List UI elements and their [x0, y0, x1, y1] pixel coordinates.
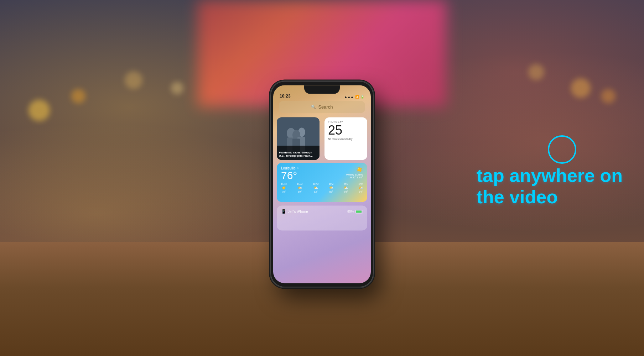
battery-status-icon: 🔋 — [360, 95, 364, 99]
battery-bar — [355, 210, 363, 213]
tap-text-line1: tap anywhere on — [477, 165, 623, 187]
search-magnifier-icon: 🔍 — [311, 105, 316, 109]
bokeh-5 — [571, 78, 591, 98]
tap-text-line2: the video — [477, 187, 623, 208]
weather-hi-lo: H:82° L:62° — [346, 176, 363, 179]
bokeh-4 — [171, 82, 183, 94]
weather-condition: Mostly Sunny — [346, 173, 363, 176]
forecast-12pm: 12PM ⛅ 82° — [313, 183, 319, 193]
status-time: 10:23 — [280, 94, 291, 99]
widgets-area: Pandemic races through U.S., forcing gri… — [277, 117, 367, 230]
bokeh-7 — [601, 89, 616, 103]
forecast-1pm: 1PM 🌤️ 82° — [329, 183, 333, 193]
bokeh-1 — [28, 100, 50, 121]
tap-overlay: tap anywhere on the video — [477, 165, 623, 208]
phone-container: 10:23 ▲▲▲ 📶 🔋 🔍 Search — [270, 81, 374, 287]
search-bar[interactable]: 🔍 Search — [279, 101, 365, 113]
signal-icon: ▲▲▲ — [344, 95, 354, 99]
battery-percentage: 85% — [347, 210, 363, 213]
search-bar-text: Search — [318, 104, 333, 110]
calendar-date: 25 — [328, 124, 364, 137]
battery-bar-fill — [356, 210, 362, 213]
iphone-icon: 📱 — [281, 209, 286, 214]
wifi-icon: 📶 — [355, 95, 359, 99]
calendar-widget[interactable]: THURSDAY 25 No more events today — [324, 117, 367, 160]
forecast-11am: 11AM 🌤️ 80° — [297, 183, 303, 193]
forecast-3pm: 3PM 🌤️ 84° — [359, 183, 363, 193]
bokeh-6 — [528, 64, 544, 80]
weather-right: ☀️ Mostly Sunny H:82° L:62° — [346, 166, 363, 179]
news-image: Pandemic races through U.S., forcing gri… — [277, 117, 320, 160]
bokeh-2 — [71, 89, 85, 103]
battery-widget[interactable]: 📱 Jeff's iPhone 85% — [277, 205, 367, 230]
status-icons: ▲▲▲ 📶 🔋 — [344, 95, 364, 99]
forecast-10am: 10AM ☀️ 76° — [281, 183, 287, 193]
calendar-event: No more events today — [328, 137, 364, 141]
location-icon: ✈ — [297, 167, 299, 170]
phone: 10:23 ▲▲▲ 📶 🔋 🔍 Search — [270, 81, 374, 287]
news-headline: Pandemic races through U.S., forcing gri… — [279, 151, 317, 158]
news-widget[interactable]: Pandemic races through U.S., forcing gri… — [277, 117, 320, 160]
forecast-2pm: 2PM ⛅ 84° — [344, 183, 348, 193]
battery-header: 📱 Jeff's iPhone 85% — [281, 209, 363, 214]
notch — [304, 85, 340, 94]
phone-screen[interactable]: 10:23 ▲▲▲ 📶 🔋 🔍 Search — [273, 85, 371, 283]
cursor-circle — [548, 135, 576, 164]
bokeh-3 — [125, 71, 142, 89]
battery-device-name: 📱 Jeff's iPhone — [281, 209, 308, 214]
weather-forecast: 10AM ☀️ 76° 11AM 🌤️ 80° 12PM ⛅ 82° — [281, 183, 363, 193]
weather-widget[interactable]: Louisville ✈ 76° ☀️ Mostly Sunny H:82° L… — [277, 163, 367, 202]
